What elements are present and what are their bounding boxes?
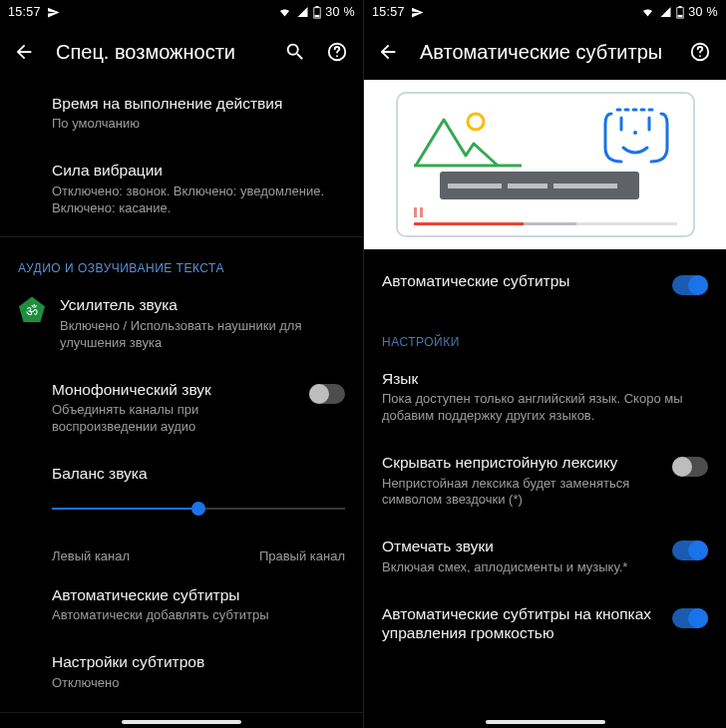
back-button[interactable] [374,38,402,66]
signal-icon [296,6,309,18]
sound-amp-sub: Включено / Использовать наушники для улу… [60,318,345,352]
sounds-sub: Включая смех, аплодисменты и музыку.* [382,559,658,576]
balance-title: Баланс звука [52,464,345,483]
balance-slider[interactable] [52,493,345,525]
lang-sub: Пока доступен только английский язык. Ск… [382,391,708,425]
svg-point-10 [468,114,484,130]
vibration-title: Сила вибрации [52,161,345,180]
svg-point-4 [336,55,338,57]
status-battery: 30 % [688,5,718,19]
status-time: 15:57 [372,5,405,19]
row-balance[interactable]: Баланс звука Левый канал Правый канал [0,450,363,571]
divider [0,712,363,713]
capset-title: Настройки субтитров [52,652,345,671]
nav-pill[interactable] [486,720,605,724]
section-settings: НАСТРОЙКИ [364,309,726,355]
help-button[interactable] [323,38,351,66]
row-volume-ctrl[interactable]: Автоматические субтитры на кнопках управ… [364,590,726,657]
wifi-icon [640,6,655,18]
row-caption-settings[interactable]: Настройки субтитров Отключено [0,638,363,705]
video-progress [414,222,677,225]
face-icon [601,108,671,170]
profanity-title: Скрывать непристойную лексику [382,453,658,472]
status-bar: 15:57 30 % [0,0,363,24]
master-title: Автоматические субтитры [382,271,658,290]
lang-title: Язык [382,369,708,388]
status-time: 15:57 [8,5,41,19]
action-time-title: Время на выполнение действия [52,94,345,113]
row-sound-amplifier[interactable]: ॐ Усилитель звука Включено / Использоват… [0,281,363,365]
mono-sub: Объединять каналы при воспроизведении ау… [52,402,295,436]
section-audio: АУДИО И ОЗВУЧИВАНИЕ ТЕКСТА [0,243,363,281]
profanity-sub: Непристойная лексика будет заменяться си… [382,476,658,510]
volctrl-title: Автоматические субтитры на кнопках управ… [382,604,658,643]
row-vibration[interactable]: Сила вибрации Отключено: звонок. Включен… [0,147,363,230]
search-button[interactable] [281,38,309,66]
back-button[interactable] [10,38,38,66]
status-bar: 15:57 30 % [364,0,726,24]
autocap-sub: Автоматически добавлять субтитры [52,607,345,624]
wifi-icon [277,6,292,18]
capset-sub: Отключено [52,675,345,692]
svg-point-14 [633,131,637,135]
battery-icon [676,6,684,19]
phone-live-caption: 15:57 30 % Автоматические субтитры [363,0,726,728]
pause-icon [414,207,423,217]
row-mono[interactable]: Монофонический звук Объединять каналы пр… [0,366,363,450]
live-caption-toggle[interactable] [672,275,708,295]
phone-accessibility: 15:57 30 % Спец [0,0,363,728]
mountain-icon [414,112,524,168]
row-live-caption-master[interactable]: Автоматические субтитры [364,249,726,309]
appbar-title: Спец. возможности [56,41,263,64]
volume-ctrl-toggle[interactable] [672,608,708,628]
action-time-sub: По умолчанию [52,116,345,133]
appbar: Автоматические субтитры [364,24,726,80]
sounds-toggle[interactable] [672,541,708,560]
row-language[interactable]: Язык Пока доступен только английский язы… [364,355,726,439]
sounds-title: Отмечать звуки [382,537,658,555]
send-icon [47,6,60,19]
help-button[interactable] [686,38,714,66]
row-profanity[interactable]: Скрывать непристойную лексику Непристойн… [364,439,726,523]
svg-rect-1 [316,6,319,8]
balance-right-label: Правый канал [259,548,345,563]
svg-point-9 [699,55,701,57]
send-icon [411,6,424,19]
appbar: Спец. возможности [0,24,363,80]
nav-pill[interactable] [122,720,241,724]
row-label-sounds[interactable]: Отмечать звуки Включая смех, аплодисмент… [364,523,726,589]
autocap-title: Автоматические субтитры [52,585,345,604]
live-caption-illustration [364,80,726,249]
sound-amplifier-icon: ॐ [18,295,46,323]
vibration-sub: Отключено: звонок. Включено: уведомление… [52,183,345,217]
sound-amp-title: Усилитель звука [60,295,345,314]
balance-left-label: Левый канал [52,548,130,563]
row-auto-captions[interactable]: Автоматические субтитры Автоматически до… [0,571,363,638]
svg-rect-6 [679,6,682,8]
profanity-toggle[interactable] [672,457,708,477]
mono-toggle[interactable] [309,384,345,404]
signal-icon [659,6,672,18]
caption-bubble-icon [440,172,639,199]
appbar-title: Автоматические субтитры [420,41,668,64]
svg-rect-2 [315,14,320,16]
status-battery: 30 % [325,5,355,19]
svg-rect-7 [678,14,683,16]
row-action-time[interactable]: Время на выполнение действия По умолчани… [0,80,363,147]
battery-icon [313,6,321,19]
divider [0,236,363,237]
mono-title: Монофонический звук [52,380,295,399]
